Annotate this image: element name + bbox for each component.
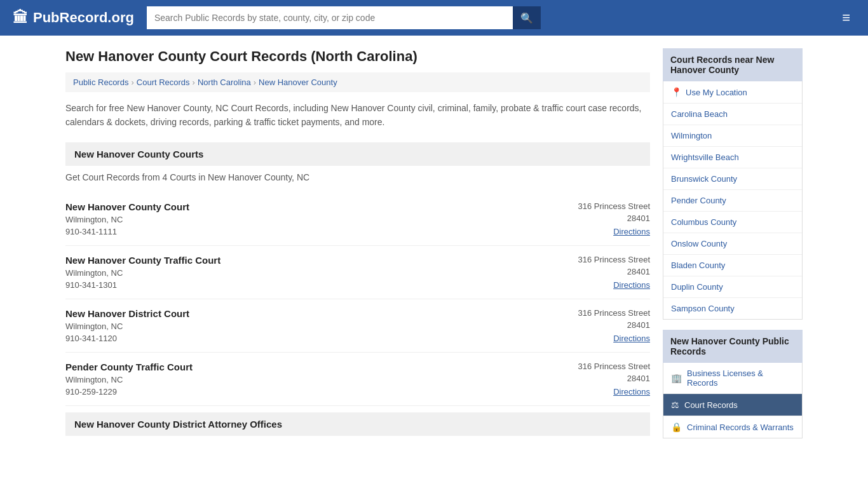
sidebar-item-criminal-records[interactable]: 🔒 Criminal Records & Warrants	[663, 416, 802, 438]
sidebar-link-onslow-county[interactable]: Onslow County	[663, 233, 802, 254]
sidebar: Court Records near New Hanover County 📍 …	[663, 48, 803, 438]
sidebar-court-records-label: Court Records	[684, 400, 738, 410]
sidebar-item-duplin-county[interactable]: Duplin County	[663, 276, 802, 298]
sidebar-item-carolina-beach[interactable]: Carolina Beach	[663, 104, 802, 125]
sidebar-link-wilmington[interactable]: Wilmington	[663, 125, 802, 146]
court-phone-1: 910-341-1111	[65, 227, 189, 236]
sidebar-link-carolina-beach[interactable]: Carolina Beach	[663, 104, 802, 125]
breadcrumb-new-hanover[interactable]: New Hanover County	[259, 78, 337, 87]
sidebar-public-records-title: New Hanover County Public Records	[663, 330, 803, 363]
logo-text: PubRecord.org	[33, 10, 134, 26]
sidebar-public-records-list: 🏢 Business Licenses & Records ⚖ Court Re…	[663, 363, 803, 438]
court-info-1: New Hanover County Court Wilmington, NC …	[65, 201, 189, 236]
court-info-2: New Hanover County Traffic Court Wilming…	[65, 255, 220, 290]
court-street-4: 316 Princess Street	[578, 362, 650, 371]
court-record-2: New Hanover County Traffic Court Wilming…	[65, 246, 650, 299]
sidebar-use-location-link[interactable]: 📍 Use My Location	[663, 81, 802, 103]
court-zip-4: 28401	[578, 374, 650, 383]
breadcrumb-court-records[interactable]: Court Records	[137, 78, 190, 87]
court-name-1: New Hanover County Court	[65, 201, 189, 212]
breadcrumb-sep-2: ›	[193, 78, 195, 87]
court-address-2: 316 Princess Street 28401 Directions	[578, 255, 650, 290]
breadcrumb-north-carolina[interactable]: North Carolina	[198, 78, 251, 87]
courts-section-header: New Hanover County Courts	[65, 142, 650, 166]
hamburger-icon: ≡	[842, 10, 850, 25]
sidebar-item-sampson-county[interactable]: Sampson County	[663, 298, 802, 319]
sidebar-link-criminal-records[interactable]: 🔒 Criminal Records & Warrants	[663, 416, 802, 438]
courts-section-sub: Get Court Records from 4 Courts in New H…	[65, 172, 650, 182]
sidebar-link-columbus-county[interactable]: Columbus County	[663, 212, 802, 233]
search-input[interactable]	[147, 6, 513, 29]
site-logo[interactable]: 🏛 PubRecord.org	[13, 9, 134, 27]
sidebar-item-bladen-county[interactable]: Bladen County	[663, 255, 802, 276]
logo-icon: 🏛	[13, 9, 28, 27]
sidebar-item-business-licenses[interactable]: 🏢 Business Licenses & Records	[663, 363, 802, 394]
sidebar-link-wrightsville-beach[interactable]: Wrightsville Beach	[663, 147, 802, 168]
sidebar-link-business-licenses[interactable]: 🏢 Business Licenses & Records	[663, 363, 802, 393]
court-records-icon: ⚖	[671, 400, 679, 410]
court-record-3: New Hanover District Court Wilmington, N…	[65, 299, 650, 353]
sidebar-item-onslow-county[interactable]: Onslow County	[663, 233, 802, 255]
court-name-4: Pender County Traffic Court	[65, 362, 193, 372]
breadcrumb-sep-3: ›	[254, 78, 256, 87]
sidebar-item-columbus-county[interactable]: Columbus County	[663, 212, 802, 233]
directions-link-1[interactable]: Directions	[578, 227, 650, 236]
sidebar-link-bladen-county[interactable]: Bladen County	[663, 255, 802, 276]
directions-link-4[interactable]: Directions	[578, 387, 650, 396]
business-licenses-icon: 🏢	[671, 373, 682, 383]
sidebar-link-court-records[interactable]: ⚖ Court Records	[663, 394, 802, 416]
court-info-3: New Hanover District Court Wilmington, N…	[65, 308, 189, 343]
sidebar-criminal-label: Criminal Records & Warrants	[687, 423, 794, 432]
court-zip-2: 28401	[578, 267, 650, 276]
search-bar: 🔍	[147, 6, 541, 29]
sidebar-nearby-title: Court Records near New Hanover County	[663, 48, 803, 81]
court-address-3: 316 Princess Street 28401 Directions	[578, 308, 650, 343]
breadcrumb-public-records[interactable]: Public Records	[73, 78, 128, 87]
court-phone-2: 910-341-1301	[65, 280, 220, 290]
sidebar-item-court-records[interactable]: ⚖ Court Records	[663, 394, 802, 416]
sidebar-business-label: Business Licenses & Records	[687, 369, 794, 388]
court-city-4: Wilmington, NC	[65, 375, 193, 384]
sidebar-item-brunswick-county[interactable]: Brunswick County	[663, 168, 802, 190]
court-street-2: 316 Princess Street	[578, 255, 650, 264]
court-phone-3: 910-341-1120	[65, 334, 189, 343]
court-zip-3: 28401	[578, 320, 650, 330]
court-name-3: New Hanover District Court	[65, 308, 189, 319]
sidebar-item-wrightsville-beach[interactable]: Wrightsville Beach	[663, 147, 802, 168]
sidebar-link-sampson-county[interactable]: Sampson County	[663, 298, 802, 319]
page-description: Search for free New Hanover County, NC C…	[65, 101, 650, 130]
sidebar-item-wilmington[interactable]: Wilmington	[663, 125, 802, 147]
page-title: New Hanover County Court Records (North …	[65, 48, 650, 65]
da-section-header: New Hanover County District Attorney Off…	[65, 412, 650, 436]
sidebar-link-duplin-county[interactable]: Duplin County	[663, 276, 802, 297]
directions-link-2[interactable]: Directions	[578, 280, 650, 290]
court-street-1: 316 Princess Street	[578, 201, 650, 211]
sidebar-use-location-item[interactable]: 📍 Use My Location	[663, 81, 802, 104]
court-record-1: New Hanover County Court Wilmington, NC …	[65, 193, 650, 246]
search-icon: 🔍	[520, 13, 533, 24]
court-street-3: 316 Princess Street	[578, 308, 650, 318]
court-city-2: Wilmington, NC	[65, 268, 220, 278]
court-phone-4: 910-259-1229	[65, 387, 193, 396]
page-container: New Hanover County Court Records (North …	[53, 36, 815, 451]
use-location-wrapper: 📍 Use My Location	[671, 87, 794, 97]
directions-link-3[interactable]: Directions	[578, 334, 650, 343]
main-content: New Hanover County Court Records (North …	[65, 48, 650, 438]
site-header: 🏛 PubRecord.org 🔍 ≡	[0, 0, 868, 36]
sidebar-link-brunswick-county[interactable]: Brunswick County	[663, 168, 802, 189]
court-address-1: 316 Princess Street 28401 Directions	[578, 201, 650, 236]
menu-button[interactable]: ≡	[837, 7, 855, 29]
court-city-3: Wilmington, NC	[65, 322, 189, 331]
sidebar-link-pender-county[interactable]: Pender County	[663, 190, 802, 211]
sidebar-nearby-list: 📍 Use My Location Carolina Beach Wilming…	[663, 81, 803, 320]
sidebar-item-pender-county[interactable]: Pender County	[663, 190, 802, 212]
location-icon: 📍	[671, 87, 682, 97]
court-address-4: 316 Princess Street 28401 Directions	[578, 362, 650, 396]
court-name-2: New Hanover County Traffic Court	[65, 255, 220, 266]
breadcrumb-sep-1: ›	[131, 78, 133, 87]
breadcrumb: Public Records › Court Records › North C…	[65, 72, 650, 92]
court-city-1: Wilmington, NC	[65, 215, 189, 224]
search-button[interactable]: 🔍	[513, 6, 541, 29]
court-zip-1: 28401	[578, 214, 650, 223]
use-location-label: Use My Location	[686, 88, 747, 97]
